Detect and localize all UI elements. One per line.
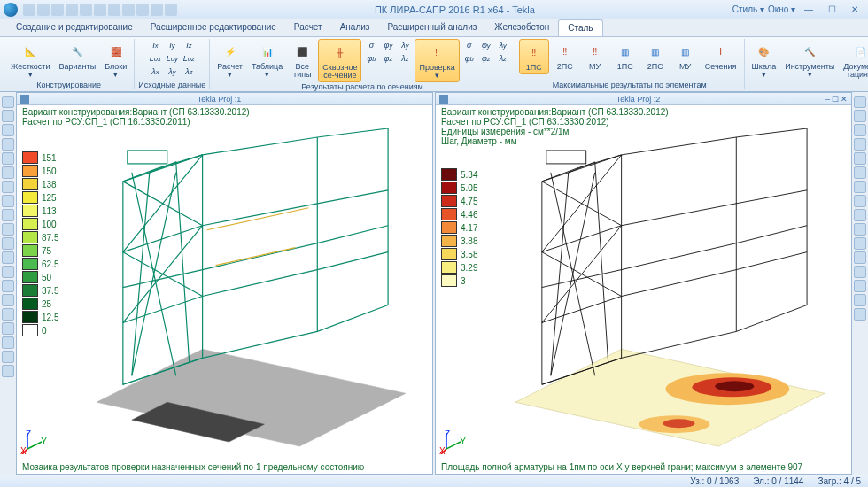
- viewport-icon[interactable]: [20, 95, 29, 104]
- mu-button[interactable]: ‼МУ: [581, 39, 609, 73]
- tool-btn[interactable]: [2, 365, 14, 377]
- close-button[interactable]: ✕: [845, 4, 864, 16]
- grid-btn[interactable]: λx: [147, 66, 163, 78]
- grid-btn[interactable]: φz: [478, 52, 494, 65]
- tool-btn[interactable]: [854, 124, 866, 136]
- tool-btn[interactable]: [2, 138, 14, 151]
- tool-btn[interactable]: [854, 294, 866, 306]
- viewport-right[interactable]: Tekla Proj :2 –☐✕ Вариант конструировани…: [435, 92, 852, 475]
- tab-ext-edit[interactable]: Расширенное редактирование: [142, 19, 285, 36]
- vp-max-icon[interactable]: ☐: [832, 93, 839, 105]
- qat-btn[interactable]: [80, 4, 92, 16]
- qat-btn[interactable]: [66, 4, 78, 16]
- grid-btn[interactable]: σ: [363, 39, 379, 51]
- tool-btn[interactable]: [854, 96, 866, 108]
- qat-btn[interactable]: [51, 4, 64, 16]
- tool-btn[interactable]: [854, 209, 866, 221]
- tools-button[interactable]: 🔨Инструменты ▾: [781, 39, 838, 81]
- ps1-p-button[interactable]: ▥1ПС: [611, 39, 639, 73]
- tab-steel[interactable]: Сталь: [558, 19, 602, 36]
- all-types-button[interactable]: ⬛Все типы: [288, 39, 316, 81]
- tool-btn[interactable]: [854, 181, 866, 193]
- tool-btn[interactable]: [854, 110, 866, 122]
- grid-btn[interactable]: Iz: [181, 39, 197, 51]
- tool-btn[interactable]: [854, 195, 866, 207]
- tool-btn[interactable]: [854, 166, 866, 179]
- tool-btn[interactable]: [2, 308, 14, 321]
- tool-btn[interactable]: [2, 336, 14, 349]
- grid-btn[interactable]: Ix: [147, 39, 163, 51]
- window-menu[interactable]: Окно ▾: [768, 4, 795, 14]
- minimize-button[interactable]: —: [799, 4, 818, 16]
- tool-btn[interactable]: [2, 152, 14, 165]
- tool-btn[interactable]: [854, 280, 866, 292]
- tool-btn[interactable]: [2, 96, 14, 108]
- tool-btn[interactable]: [2, 124, 14, 136]
- grid-btn[interactable]: Iy: [164, 39, 180, 51]
- grid-btn[interactable]: φz: [380, 52, 396, 65]
- qat-btn[interactable]: [23, 4, 35, 16]
- qat-btn[interactable]: [37, 4, 50, 16]
- tab-ext-analysis[interactable]: Расширенный анализ: [378, 19, 485, 36]
- grid-btn[interactable]: λy: [397, 39, 413, 51]
- ps2-p-button[interactable]: ▥2ПС: [641, 39, 670, 73]
- tab-analysis[interactable]: Анализ: [331, 19, 379, 36]
- table-button[interactable]: 📊Таблица ▾: [248, 39, 286, 81]
- tool-btn[interactable]: [2, 280, 14, 292]
- grid-btn[interactable]: φy: [478, 39, 494, 51]
- grid-btn[interactable]: Loz: [181, 52, 197, 65]
- tool-btn[interactable]: [2, 294, 14, 306]
- grid-btn[interactable]: λz: [397, 52, 413, 65]
- vp-min-icon[interactable]: –: [825, 93, 830, 105]
- tool-btn[interactable]: [2, 251, 14, 264]
- grid-btn[interactable]: σ: [461, 39, 477, 51]
- tool-btn[interactable]: [854, 237, 866, 250]
- ps1-button[interactable]: ‼1ПС: [519, 39, 549, 74]
- qat-btn[interactable]: [108, 4, 120, 16]
- grid-btn[interactable]: λy: [164, 66, 180, 78]
- tool-btn[interactable]: [854, 251, 866, 264]
- qat-btn[interactable]: [122, 4, 135, 16]
- tool-btn[interactable]: [2, 223, 14, 236]
- tool-btn[interactable]: [2, 209, 14, 221]
- tool-btn[interactable]: [854, 152, 866, 165]
- tool-btn[interactable]: [854, 266, 866, 278]
- app-icon[interactable]: [4, 3, 18, 17]
- grid-btn[interactable]: φb: [363, 52, 379, 65]
- tool-btn[interactable]: [2, 110, 14, 122]
- docs-button[interactable]: 📄Докумен-тация ▾: [840, 39, 868, 81]
- calc-button[interactable]: ⚡Расчет ▾: [213, 39, 246, 81]
- tool-btn[interactable]: [2, 266, 14, 278]
- tool-btn[interactable]: [2, 195, 14, 207]
- tool-btn[interactable]: [2, 351, 14, 363]
- scale-button[interactable]: 🎨Шкала ▾: [748, 39, 780, 81]
- qat-btn[interactable]: [136, 4, 149, 16]
- viewport-left[interactable]: Tekla Proj :1 Вариант конструирования:Ва…: [16, 92, 433, 475]
- qat-btn[interactable]: [151, 4, 163, 16]
- grid-btn[interactable]: φy: [380, 39, 396, 51]
- tab-calc[interactable]: Расчет: [285, 19, 331, 36]
- tool-btn[interactable]: [854, 308, 866, 321]
- grid-btn[interactable]: λz: [495, 52, 511, 65]
- grid-btn[interactable]: Lox: [147, 52, 163, 65]
- sections-button[interactable]: IСечения: [701, 39, 740, 73]
- tool-btn[interactable]: [854, 138, 866, 151]
- tab-create-edit[interactable]: Создание и редактирование: [7, 19, 142, 36]
- tool-btn[interactable]: [854, 223, 866, 236]
- style-menu[interactable]: Стиль ▾: [732, 4, 764, 14]
- tab-concrete[interactable]: Железобетон: [485, 19, 558, 36]
- tool-btn[interactable]: [2, 181, 14, 193]
- tool-btn[interactable]: [2, 237, 14, 250]
- viewport-icon[interactable]: [439, 95, 448, 104]
- blocks-button[interactable]: 🧱Блоки ▾: [101, 39, 130, 81]
- vp-close-icon[interactable]: ✕: [841, 93, 848, 105]
- mu-p-button[interactable]: ▥МУ: [671, 39, 700, 73]
- maximize-button[interactable]: ☐: [822, 4, 841, 16]
- tool-btn[interactable]: [2, 322, 14, 335]
- qat-btn[interactable]: [94, 4, 106, 16]
- check-button[interactable]: ‼Проверка ▾: [415, 39, 459, 82]
- qat-btn[interactable]: [165, 4, 177, 16]
- ps2-button[interactable]: ‼2ПС: [551, 39, 579, 73]
- variants-button[interactable]: 🔧Варианты: [56, 39, 100, 73]
- grid-btn[interactable]: Loy: [164, 52, 180, 65]
